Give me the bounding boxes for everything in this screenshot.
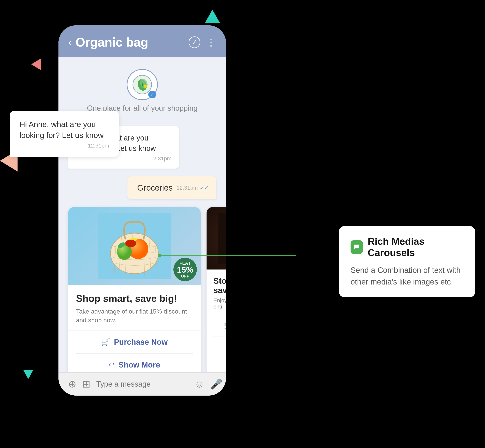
- product-card-1-image: FLAT 15% OFF: [68, 207, 201, 285]
- leaf-icon: [133, 75, 152, 94]
- outgoing-message-text: Groceries: [137, 183, 173, 192]
- phone-header: ‹ Organic bag ✓ ⋮: [58, 25, 226, 57]
- image-icon[interactable]: ⊞: [82, 378, 90, 390]
- card2-purchase-action[interactable]: 🛒 Purchas: [213, 314, 226, 337]
- input-right-icons: ☺ 🎤: [194, 378, 222, 390]
- float-bubble-time: 12:31pm: [19, 143, 109, 149]
- product-card-1-title: Shop smart, save big!: [76, 293, 193, 304]
- cart-icon: 🛒: [101, 338, 110, 346]
- product-card-1-desc: Take advantage of our flat 15% discount …: [76, 307, 193, 325]
- chat-bubble-icon: [353, 243, 360, 251]
- info-box-title: Rich Medias Carousels: [368, 236, 464, 258]
- outgoing-message-time: 12:31pm: [176, 185, 198, 191]
- double-tick-icon: ✓✓: [200, 185, 209, 191]
- more-options-icon[interactable]: ⋮: [206, 37, 216, 48]
- discount-flat: FLAT: [179, 261, 191, 266]
- mic-icon[interactable]: 🎤: [210, 378, 222, 390]
- outgoing-message: Groceries 12:31pm ✓✓: [127, 176, 216, 199]
- info-box: Rich Medias Carousels Send a Combination…: [339, 226, 475, 297]
- float-bubble-text: Hi Anne, what are you looking for? Let u…: [19, 119, 109, 141]
- purchase-now-action[interactable]: 🛒 Purchase Now: [76, 331, 193, 354]
- info-box-chat-icon: [350, 240, 363, 254]
- card2-cart-icon: 🛒: [224, 321, 226, 329]
- info-box-header: Rich Medias Carousels: [350, 236, 464, 258]
- chat-area: ✓ One place for all of your shopping Hi …: [58, 57, 226, 372]
- svg-point-19: [125, 240, 136, 247]
- phone-mockup: ‹ Organic bag ✓ ⋮ ✓: [58, 25, 226, 396]
- shield-icon: ✓: [189, 36, 200, 48]
- verified-badge: ✓: [148, 91, 156, 98]
- svg-rect-21: [218, 213, 226, 264]
- veggies-svg: [218, 213, 226, 264]
- show-more-action[interactable]: ↩ Show More: [76, 354, 193, 372]
- carousel-container: FLAT 15% OFF Shop smart, save big! Take …: [68, 207, 216, 372]
- product-card-2-image: [207, 207, 226, 270]
- business-avatar: ✓: [127, 69, 158, 100]
- product-card-1-body: Shop smart, save big! Take advantage of …: [68, 285, 201, 372]
- input-bar: ⊕ ⊞ ☺ 🎤: [58, 372, 226, 396]
- show-more-label: Show More: [119, 360, 160, 369]
- card2-reply-icon: ↩: [226, 344, 226, 352]
- info-box-description: Send a Combination of text with other me…: [350, 264, 464, 288]
- header-icons: ✓ ⋮: [189, 36, 216, 48]
- card2-desc: Enjoy a flat 15% off on our enti: [213, 297, 226, 310]
- grocery-bag-svg: [97, 213, 171, 279]
- deco-small-pink-left: [31, 58, 41, 70]
- emoji-icon[interactable]: ☺: [194, 378, 204, 390]
- product-card-2: Stock up and sav Enjoy a flat 15% off on…: [207, 207, 226, 372]
- purchase-now-label: Purchase Now: [114, 338, 168, 346]
- card2-show-more-action[interactable]: ↩ Show M: [213, 337, 226, 359]
- discount-percent: 15%: [177, 266, 193, 274]
- card2-body: Stock up and sav Enjoy a flat 15% off on…: [207, 270, 226, 363]
- dark-veggie-background: [207, 207, 226, 270]
- deco-teal-triangle-top: [205, 10, 220, 23]
- back-icon[interactable]: ‹: [68, 36, 72, 48]
- deco-small-teal-bottom: [23, 370, 33, 379]
- message-input[interactable]: [96, 380, 189, 388]
- outgoing-message-meta: 12:31pm ✓✓: [176, 185, 209, 191]
- product-card-1: FLAT 15% OFF Shop smart, save big! Take …: [68, 207, 201, 372]
- floating-message-bubble: Hi Anne, what are you looking for? Let u…: [10, 111, 119, 157]
- card2-title: Stock up and sav: [213, 276, 226, 295]
- discount-off: OFF: [181, 274, 189, 279]
- add-attachment-icon[interactable]: ⊕: [68, 378, 76, 390]
- discount-badge: FLAT 15% OFF: [174, 258, 197, 281]
- reply-icon: ↩: [109, 361, 115, 369]
- phone-chat-title: Organic bag: [75, 35, 185, 49]
- svg-point-4: [144, 85, 147, 88]
